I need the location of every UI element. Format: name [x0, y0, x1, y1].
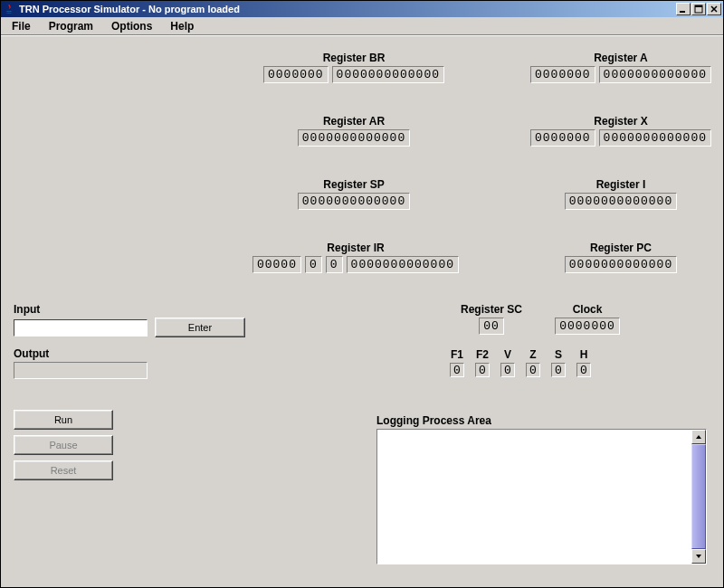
menubar: File Program Options Help: [1, 17, 723, 35]
scroll-track[interactable]: [691, 444, 706, 549]
register-ar: Register AR 0000000000000: [295, 115, 413, 147]
register-i-label: Register I: [562, 178, 680, 191]
window-root: TRN Processor Simulator - No program loa…: [0, 0, 724, 588]
reset-button[interactable]: Reset: [14, 460, 113, 480]
register-x: Register X 0000000 0000000000000: [539, 115, 702, 147]
flag-s: S 0: [551, 348, 566, 377]
register-sc-val: 00: [479, 318, 504, 335]
flag-h: H 0: [576, 348, 591, 377]
register-x-label: Register X: [539, 115, 702, 128]
output-field: [14, 362, 148, 379]
clock-val: 0000000: [555, 318, 620, 335]
flag-f1-val: 0: [450, 363, 464, 377]
close-button[interactable]: [707, 3, 721, 15]
register-sp: Register SP 0000000000000: [295, 178, 413, 210]
register-ir: Register IR 00000 0 0 0000000000000: [252, 242, 460, 273]
register-ir-d: 0000000000000: [347, 256, 459, 273]
java-icon: [3, 3, 15, 15]
output-group: Output: [14, 347, 148, 379]
flag-f1: F1 0: [450, 348, 464, 377]
flag-z-label: Z: [526, 348, 540, 361]
register-sp-label: Register SP: [295, 178, 413, 191]
register-br: Register BR 0000000 0000000000000: [272, 52, 435, 83]
input-field[interactable]: [14, 319, 148, 337]
log-label: Logging Process Area: [376, 414, 707, 427]
menu-file[interactable]: File: [5, 18, 38, 34]
register-i-val: 0000000000000: [565, 193, 677, 210]
flag-z: Z 0: [526, 348, 540, 377]
register-pc-label: Register PC: [562, 242, 680, 254]
control-buttons: Run Pause Reset: [14, 410, 113, 480]
register-sc: Register SC 00: [455, 303, 528, 335]
log-scrollbar[interactable]: [691, 430, 706, 564]
run-button[interactable]: Run: [14, 410, 113, 430]
window-controls: [675, 3, 721, 15]
pause-button[interactable]: Pause: [14, 435, 113, 455]
enter-button[interactable]: Enter: [155, 318, 245, 337]
register-sc-label: Register SC: [455, 303, 528, 316]
flag-f2-val: 0: [475, 363, 490, 377]
register-a-hi: 0000000: [530, 66, 595, 83]
flag-f2: F2 0: [475, 348, 490, 377]
register-br-lo: 0000000000000: [332, 66, 444, 83]
flag-h-val: 0: [576, 363, 591, 377]
flag-s-label: S: [551, 348, 566, 361]
register-ir-a: 00000: [252, 256, 301, 273]
log-textarea[interactable]: [376, 429, 707, 564]
input-group: Input Enter: [14, 303, 245, 337]
flags-row: F1 0 F2 0 V 0 Z 0 S 0 H 0: [450, 348, 591, 377]
flag-h-label: H: [576, 348, 591, 361]
register-x-lo: 0000000000000: [599, 129, 711, 147]
content-area: Register BR 0000000 0000000000000 Regist…: [1, 35, 723, 587]
register-sp-val: 0000000000000: [298, 193, 410, 210]
flag-v-label: V: [500, 348, 515, 361]
register-ar-val: 0000000000000: [298, 129, 410, 147]
register-ar-label: Register AR: [295, 115, 413, 128]
scroll-down-button[interactable]: [691, 549, 706, 564]
scroll-thumb[interactable]: [691, 444, 706, 549]
flag-f1-label: F1: [450, 348, 464, 361]
window-title: TRN Processor Simulator - No program loa…: [19, 4, 675, 14]
register-pc: Register PC 0000000000000: [562, 242, 680, 273]
register-a-lo: 0000000000000: [599, 66, 711, 83]
register-br-label: Register BR: [272, 52, 435, 64]
menu-options[interactable]: Options: [104, 18, 159, 34]
register-a: Register A 0000000 0000000000000: [539, 52, 702, 83]
input-label: Input: [14, 303, 245, 316]
minimize-button[interactable]: [676, 3, 691, 15]
register-br-hi: 0000000: [263, 66, 329, 83]
register-i: Register I 0000000000000: [562, 178, 680, 210]
clock-label: Clock: [551, 303, 624, 316]
output-label: Output: [14, 347, 148, 360]
menu-help[interactable]: Help: [163, 18, 201, 34]
register-x-hi: 0000000: [530, 129, 595, 147]
log-area: Logging Process Area: [376, 414, 707, 564]
titlebar: TRN Processor Simulator - No program loa…: [1, 1, 723, 17]
maximize-button[interactable]: [691, 3, 706, 15]
register-ir-c: 0: [326, 256, 343, 273]
clock: Clock 0000000: [551, 303, 624, 335]
flag-s-val: 0: [551, 363, 566, 377]
svg-rect-2: [695, 5, 702, 7]
scroll-up-button[interactable]: [691, 430, 706, 444]
menu-program[interactable]: Program: [42, 18, 100, 34]
flag-v-val: 0: [500, 363, 515, 377]
svg-rect-0: [680, 11, 685, 13]
register-pc-val: 0000000000000: [565, 256, 677, 273]
flag-f2-label: F2: [475, 348, 490, 361]
register-a-label: Register A: [539, 52, 702, 64]
register-ir-b: 0: [305, 256, 322, 273]
register-ir-label: Register IR: [252, 242, 460, 254]
flag-v: V 0: [500, 348, 515, 377]
flag-z-val: 0: [526, 363, 540, 377]
